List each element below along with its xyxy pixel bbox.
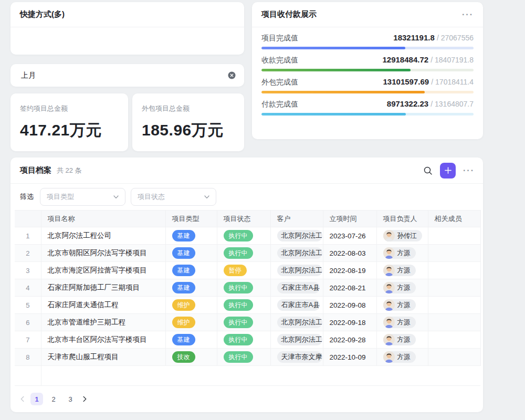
- cell-owner[interactable]: 孙传江: [376, 227, 428, 245]
- progress-track: [261, 91, 474, 93]
- table-row[interactable]: 2 北京市朝阳区阿尔法写字楼项目 基建 执行中 北京阿尔法工 2022-08-0…: [15, 245, 480, 262]
- stat-card-outsourced-total: 外包项目总金额 185.96万元: [132, 93, 244, 151]
- cell-customer[interactable]: 北京阿尔法工: [270, 227, 323, 245]
- person-chip: 方源: [383, 265, 416, 276]
- pagination-next-icon[interactable]: [81, 395, 88, 403]
- cell-owner[interactable]: 方源: [376, 349, 428, 366]
- avatar: [383, 282, 395, 293]
- cell-start-date[interactable]: 2022-10-09: [323, 349, 376, 366]
- cell-owner[interactable]: 方源: [376, 262, 428, 279]
- cell-customer[interactable]: 北京阿尔法工: [270, 245, 323, 262]
- cell-project-status[interactable]: 执行中: [217, 331, 270, 349]
- cell-project-type[interactable]: 基建: [165, 262, 217, 279]
- cell-project-name[interactable]: 北京市朝阳区阿尔法写字楼项目: [41, 245, 165, 262]
- add-record-button[interactable]: [440, 163, 456, 178]
- cell-project-name[interactable]: 北京市海淀区阿拉蕾写字楼项目: [41, 262, 165, 279]
- cell-customer[interactable]: 天津市奈文摩: [270, 349, 323, 366]
- pagination-page-1[interactable]: 1: [30, 393, 43, 405]
- cell-project-name[interactable]: 北京阿尔法工程公司: [41, 227, 165, 245]
- cell-customer[interactable]: 北京阿尔法工: [270, 331, 323, 349]
- pagination-prev-icon[interactable]: [19, 395, 26, 403]
- cell-members[interactable]: [428, 314, 480, 331]
- person-chip: 方源: [383, 317, 416, 328]
- cell-owner[interactable]: 方源: [376, 245, 428, 262]
- cell-start-date[interactable]: 2022-09-18: [323, 314, 376, 331]
- cell-customer[interactable]: 石家庄市A县: [270, 297, 323, 314]
- cell-project-name[interactable]: 北京市丰台区阿尔法写字楼项目: [41, 331, 165, 349]
- cell-project-status[interactable]: 执行中: [217, 349, 270, 366]
- cell-project-type[interactable]: 技改: [165, 349, 217, 366]
- search-icon[interactable]: [423, 166, 433, 175]
- cell-members[interactable]: [428, 297, 480, 314]
- cell-start-date[interactable]: 2022-08-21: [323, 279, 376, 297]
- type-tag: 维护: [172, 317, 195, 328]
- cell-owner[interactable]: 方源: [376, 331, 428, 349]
- cell-project-status[interactable]: 暂停: [217, 262, 270, 279]
- project-type-select[interactable]: 项目类型: [40, 188, 125, 206]
- cell-project-name[interactable]: 石家庄阿斯加德工厂三期项目: [41, 279, 165, 297]
- cell-members[interactable]: [428, 245, 480, 262]
- cell-owner[interactable]: 方源: [376, 297, 428, 314]
- project-status-select[interactable]: 项目状态: [131, 188, 216, 206]
- table-row[interactable]: 7 北京市丰台区阿尔法写字楼项目 基建 执行中 北京阿尔法工 2022-09-2…: [15, 331, 480, 349]
- customer-tag: 北京阿尔法工: [277, 317, 322, 328]
- cell-project-name[interactable]: 北京市管道维护三期工程: [41, 314, 165, 331]
- cell-customer[interactable]: 石家庄市A县: [270, 279, 323, 297]
- customer-tag: 北京阿尔法工: [277, 247, 322, 259]
- cell-members[interactable]: [428, 262, 480, 279]
- cell-project-type[interactable]: 维护: [165, 297, 217, 314]
- column-header: 相关成员: [428, 211, 480, 227]
- clear-icon[interactable]: [228, 71, 236, 79]
- row-number: 2: [15, 245, 41, 262]
- cell-project-name[interactable]: 天津市爬山服工程项目: [41, 349, 165, 366]
- cell-start-date[interactable]: 2022-08-03: [323, 245, 376, 262]
- cell-project-name[interactable]: 石家庄阿道夫通信工程: [41, 297, 165, 314]
- table-row[interactable]: 5 石家庄阿道夫通信工程 维护 执行中 石家庄市A县 2022-09-08 方源: [15, 297, 480, 314]
- table-row[interactable]: 8 天津市爬山服工程项目 技改 执行中 天津市奈文摩 2022-10-09 方源: [15, 349, 480, 366]
- cell-members[interactable]: [428, 331, 480, 349]
- column-header: 项目名称: [41, 211, 165, 227]
- cell-start-date[interactable]: 2022-09-28: [323, 331, 376, 349]
- cell-members[interactable]: [428, 349, 480, 366]
- progress-track: [261, 47, 474, 49]
- column-header: 立项时间: [323, 211, 376, 227]
- cell-customer[interactable]: 北京阿尔法工: [270, 314, 323, 331]
- cell-project-type[interactable]: 基建: [165, 245, 217, 262]
- cell-start-date[interactable]: 2022-09-08: [323, 297, 376, 314]
- table-row[interactable]: 3 北京市海淀区阿拉蕾写字楼项目 基建 暂停 北京阿尔法工 2022-08-19…: [15, 262, 480, 279]
- table-row[interactable]: 4 石家庄阿斯加德工厂三期项目 基建 执行中 石家庄市A县 2022-08-21…: [15, 279, 480, 297]
- person-name: 方源: [397, 335, 411, 344]
- cell-owner[interactable]: 方源: [376, 279, 428, 297]
- cell-project-type[interactable]: 维护: [165, 314, 217, 331]
- ellipsis-icon[interactable]: ···: [462, 10, 474, 19]
- cell-start-date[interactable]: 2022-08-19: [323, 262, 376, 279]
- table-row[interactable]: 6 北京市管道维护三期工程 维护 执行中 北京阿尔法工 2022-09-18 方…: [15, 314, 480, 331]
- cell-project-type[interactable]: 基建: [165, 331, 217, 349]
- cell-project-status[interactable]: 执行中: [217, 245, 270, 262]
- pagination-page-3[interactable]: 3: [64, 393, 77, 405]
- cell-project-status[interactable]: 执行中: [217, 227, 270, 245]
- person-chip: 方源: [383, 282, 416, 293]
- row-number-header: [15, 211, 41, 227]
- ellipsis-icon[interactable]: ···: [463, 166, 475, 175]
- metric-value: 8971322.23 / 13164807.7: [387, 99, 474, 108]
- cell-customer[interactable]: 北京阿尔法工: [270, 262, 323, 279]
- project-archive-card: 项目档案 共 22 条 ··· 筛选 项目类型 项目状态: [10, 158, 483, 412]
- status-tag: 执行中: [224, 230, 253, 242]
- cell-start-date[interactable]: 2023-07-26: [323, 227, 376, 245]
- cell-project-status[interactable]: 执行中: [217, 279, 270, 297]
- table-row[interactable]: 1 北京阿尔法工程公司 基建 执行中 北京阿尔法工 2023-07-26 孙传江: [15, 227, 480, 245]
- cell-members[interactable]: [428, 227, 480, 245]
- progress-fill: [261, 91, 425, 93]
- cell-members[interactable]: [428, 279, 480, 297]
- cell-project-status[interactable]: 执行中: [217, 314, 270, 331]
- archive-actions: ···: [423, 163, 475, 178]
- metric-value: 12918484.72 / 18407191.8: [382, 55, 474, 64]
- quick-filter-field[interactable]: 上月: [10, 64, 244, 87]
- cell-project-type[interactable]: 基建: [165, 279, 217, 297]
- pagination-page-2[interactable]: 2: [47, 393, 60, 405]
- cell-project-type[interactable]: 基建: [165, 227, 217, 245]
- type-tag: 维护: [172, 299, 195, 311]
- cell-owner[interactable]: 方源: [376, 314, 428, 331]
- cell-project-status[interactable]: 执行中: [217, 297, 270, 314]
